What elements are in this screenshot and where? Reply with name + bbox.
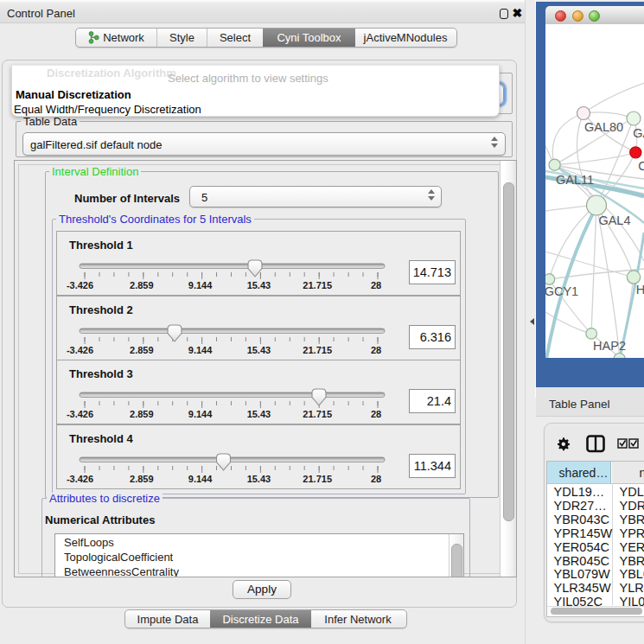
- svg-text:28: 28: [371, 345, 381, 355]
- svg-text:HIS4: HIS4: [636, 283, 644, 296]
- svg-text:2.859: 2.859: [130, 409, 154, 419]
- svg-text:GAL11: GAL11: [556, 172, 594, 186]
- svg-text:28: 28: [371, 409, 381, 419]
- svg-text:GAL4: GAL4: [598, 214, 630, 227]
- svg-text:GAL80: GAL80: [584, 119, 623, 133]
- svg-text:21.715: 21.715: [303, 409, 332, 419]
- svg-text:-3.426: -3.426: [67, 345, 93, 355]
- svg-text:21.715: 21.715: [303, 345, 332, 355]
- svg-text:C: C: [638, 159, 644, 173]
- svg-text:9.144: 9.144: [188, 409, 213, 419]
- svg-text:-3.426: -3.426: [67, 280, 93, 290]
- svg-text:-3.426: -3.426: [67, 474, 93, 484]
- svg-text:21.715: 21.715: [303, 280, 332, 290]
- svg-text:-3.426: -3.426: [67, 409, 93, 419]
- svg-text:28: 28: [371, 280, 381, 290]
- svg-text:9.144: 9.144: [188, 280, 213, 290]
- svg-text:15.43: 15.43: [247, 280, 271, 290]
- svg-text:9.144: 9.144: [188, 474, 213, 484]
- svg-text:21.715: 21.715: [303, 474, 332, 484]
- svg-text:GAL80: GAL80: [633, 126, 644, 140]
- svg-text:2.859: 2.859: [130, 474, 154, 484]
- svg-text:2.859: 2.859: [130, 280, 154, 290]
- svg-text:15.43: 15.43: [247, 409, 271, 419]
- svg-text:28: 28: [371, 474, 381, 484]
- svg-text:GCY1: GCY1: [545, 284, 578, 298]
- svg-text:15.43: 15.43: [247, 474, 271, 484]
- svg-text:2.859: 2.859: [130, 345, 154, 355]
- svg-text:15.43: 15.43: [247, 345, 271, 355]
- svg-text:9.144: 9.144: [188, 345, 213, 355]
- svg-text:HAP2: HAP2: [593, 339, 626, 353]
